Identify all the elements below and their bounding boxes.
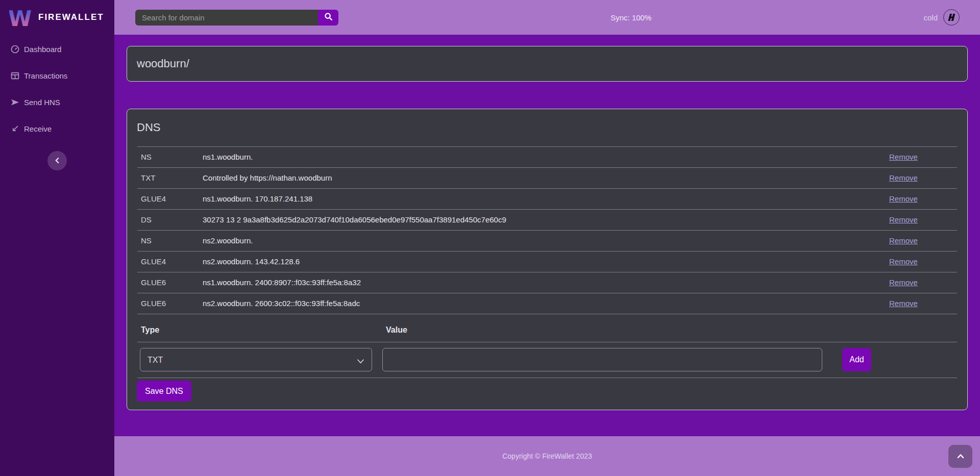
record-type: TXT <box>137 168 203 189</box>
record-type-select-wrap: TXT <box>140 348 372 371</box>
handshake-logo-icon <box>943 9 960 26</box>
dns-card: DNS NS ns1.woodburn. Remove TXT Controll… <box>127 109 968 410</box>
brand: W FIREWALLET <box>0 0 114 35</box>
dns-section-title: DNS <box>127 109 967 146</box>
speedometer-icon <box>10 44 19 54</box>
paper-plane-icon <box>10 97 19 107</box>
remove-link[interactable]: Remove <box>889 299 918 308</box>
sidebar-nav: Dashboard Transactions Send HNS <box>0 35 114 142</box>
firewallet-logo-icon: W <box>9 5 32 30</box>
chevron-left-icon <box>55 157 60 165</box>
record-value: ns2.woodburn. <box>203 231 889 252</box>
record-type: GLUE4 <box>137 252 203 272</box>
record-type: DS <box>137 210 203 231</box>
table-row: DS 30273 13 2 9a3a8fb3d625d2a2073d740f10… <box>137 210 957 231</box>
search-input[interactable] <box>135 10 318 26</box>
svg-text:W: W <box>9 6 32 30</box>
remove-link[interactable]: Remove <box>889 215 918 224</box>
table-row: NS ns2.woodburn. Remove <box>137 231 957 252</box>
sidebar: W FIREWALLET Dashboard Transactions <box>0 0 114 476</box>
save-dns-button[interactable]: Save DNS <box>137 381 191 402</box>
sidebar-item-send-hns[interactable]: Send HNS <box>0 89 114 115</box>
record-value: ns2.woodburn. 143.42.128.6 <box>203 252 889 272</box>
remove-link[interactable]: Remove <box>889 257 918 266</box>
main-content: woodburn/ DNS NS ns1.woodburn. Remove TX… <box>114 35 980 436</box>
table-row: GLUE6 ns2.woodburn. 2600:3c02::f03c:93ff… <box>137 293 957 314</box>
value-column-header: Value <box>382 322 831 342</box>
page-title: woodburn/ <box>137 57 189 70</box>
topbar: Sync: 100% cold <box>114 0 980 35</box>
sidebar-item-transactions[interactable]: Transactions <box>0 62 114 89</box>
brand-name: FIREWALLET <box>38 12 104 22</box>
search-button[interactable] <box>318 10 338 26</box>
remove-link[interactable]: Remove <box>889 153 918 161</box>
record-type: GLUE6 <box>137 293 203 314</box>
table-icon <box>10 71 19 80</box>
add-record-button[interactable]: Add <box>842 348 871 371</box>
remove-link[interactable]: Remove <box>889 173 918 182</box>
wallet-mode: cold <box>923 9 960 26</box>
remove-link[interactable]: Remove <box>889 194 918 203</box>
sidebar-item-receive[interactable]: Receive <box>0 115 114 142</box>
sidebar-item-label: Transactions <box>24 71 67 80</box>
dns-records-body: NS ns1.woodburn. Remove TXT Controlled b… <box>137 147 957 314</box>
record-type-select[interactable]: TXT <box>140 348 372 371</box>
remove-link[interactable]: Remove <box>889 278 918 287</box>
table-row: NS ns1.woodburn. Remove <box>137 147 957 168</box>
record-value: ns2.woodburn. 2600:3c02::f03c:93ff:fe5a:… <box>203 293 889 314</box>
record-value: 30273 13 2 9a3a8fb3d625d2a2073d740f10da6… <box>203 210 889 231</box>
record-type: GLUE4 <box>137 189 203 210</box>
type-column-header: Type <box>137 322 382 342</box>
search-icon <box>324 12 333 22</box>
content-column: Sync: 100% cold woodburn/ DNS <box>114 0 980 476</box>
record-type: NS <box>137 147 203 168</box>
record-type: NS <box>137 231 203 252</box>
empty-column-header <box>831 322 957 342</box>
sync-status: Sync: 100% <box>338 13 923 22</box>
scroll-to-top-button[interactable] <box>948 445 972 468</box>
sidebar-item-dashboard[interactable]: Dashboard <box>0 36 114 62</box>
domain-search <box>135 10 338 26</box>
domain-card: woodburn/ <box>127 46 968 82</box>
table-row: GLUE4 ns1.woodburn. 170.187.241.138 Remo… <box>137 189 957 210</box>
record-type: GLUE6 <box>137 272 203 293</box>
dns-records-table: NS ns1.woodburn. Remove TXT Controlled b… <box>137 146 957 314</box>
sidebar-item-label: Receive <box>24 124 52 133</box>
table-row: GLUE6 ns1.woodburn. 2400:8907::f03c:93ff… <box>137 272 957 293</box>
sidebar-item-label: Dashboard <box>24 45 61 54</box>
copyright-text: Copyright © FireWallet 2023 <box>502 452 592 460</box>
record-value: Controlled by https://nathan.woodburn <box>203 168 889 189</box>
chevron-up-icon <box>957 453 964 460</box>
sidebar-collapse-button[interactable] <box>47 151 67 170</box>
table-row: TXT Controlled by https://nathan.woodbur… <box>137 168 957 189</box>
sidebar-item-label: Send HNS <box>24 98 60 107</box>
record-value: ns1.woodburn. 170.187.241.138 <box>203 189 889 210</box>
wallet-mode-label: cold <box>923 13 938 22</box>
record-value-input[interactable] <box>382 348 822 371</box>
footer: Copyright © FireWallet 2023 <box>114 436 980 476</box>
arrow-down-left-icon <box>10 124 19 133</box>
dns-add-form: Type Value TXT <box>137 322 957 378</box>
table-row: GLUE4 ns2.woodburn. 143.42.128.6 Remove <box>137 252 957 272</box>
record-value: ns1.woodburn. 2400:8907::f03c:93ff:fe5a:… <box>203 272 889 293</box>
record-value: ns1.woodburn. <box>203 147 889 168</box>
remove-link[interactable]: Remove <box>889 236 918 245</box>
